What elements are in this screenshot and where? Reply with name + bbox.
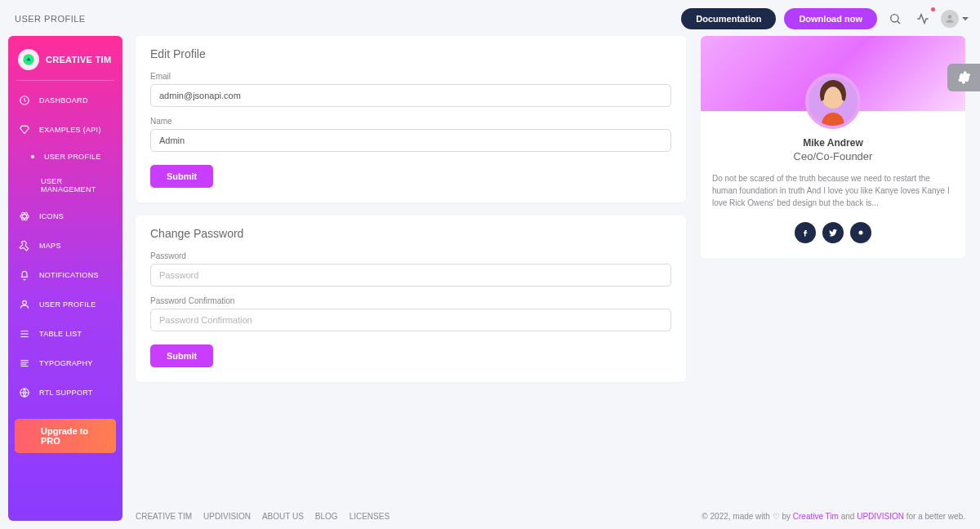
text-icon: [18, 357, 31, 370]
sidebar-item-icons[interactable]: ICONS: [8, 202, 122, 231]
profile-role: Ceo/Co-Founder: [701, 150, 965, 162]
chat-icon[interactable]: [850, 222, 871, 243]
email-label: Email: [150, 72, 671, 81]
brand-name: CREATIVE TIM: [46, 55, 111, 64]
brand-logo-icon: [18, 49, 39, 70]
email-field[interactable]: [150, 84, 671, 107]
footer-links: CREATIVE TIM UPDIVISION ABOUT US BLOG LI…: [136, 512, 390, 521]
name-label: Name: [150, 117, 671, 126]
sidebar-subitem-user-management[interactable]: USER MANAGEMENT: [8, 169, 122, 202]
sidebar-item-dashboard[interactable]: DASHBOARD: [8, 86, 122, 115]
footer-link[interactable]: ABOUT US: [262, 512, 304, 521]
sidebar-item-notifications[interactable]: NOTIFICATIONS: [8, 260, 122, 290]
download-icon: [23, 429, 34, 442]
sidebar: CREATIVE TIM DASHBOARD EXAMPLES (API) US…: [8, 36, 122, 521]
sidebar-item-table-list[interactable]: TABLE LIST: [8, 319, 122, 349]
profile-avatar: [805, 73, 861, 129]
svg-point-0: [891, 15, 898, 22]
submit-password-button[interactable]: Submit: [150, 345, 213, 367]
divider: [16, 80, 114, 81]
profile-bio: Do not be scared of the truth because we…: [712, 172, 954, 209]
sidebar-item-typography[interactable]: TYPOGRAPHY: [8, 349, 122, 378]
dashboard-icon: [18, 94, 31, 107]
password-field[interactable]: [150, 264, 671, 287]
diamond-icon: [18, 123, 31, 136]
edit-profile-card: Edit Profile Email Name Submit: [136, 36, 686, 202]
password-confirm-field[interactable]: [150, 309, 671, 331]
page-title: USER PROFILE: [15, 14, 86, 24]
password-label: Password: [150, 251, 671, 260]
sidebar-item-label: TABLE LIST: [39, 330, 82, 338]
sidebar-item-label: NOTIFICATIONS: [39, 271, 99, 279]
download-button[interactable]: Download now: [784, 8, 877, 29]
submit-profile-button[interactable]: Submit: [150, 165, 213, 188]
sidebar-item-examples[interactable]: EXAMPLES (API): [8, 115, 122, 144]
sidebar-subitem-user-profile[interactable]: USER PROFILE: [8, 144, 122, 169]
bell-icon: [18, 269, 31, 282]
svg-point-18: [859, 231, 863, 235]
change-password-card: Change Password Password Password Confir…: [136, 216, 686, 382]
atom-icon: [18, 210, 31, 223]
sidebar-item-label: TYPOGRAPHY: [39, 359, 93, 367]
chevron-down-icon: [962, 17, 969, 20]
user-icon: [18, 298, 31, 311]
sidebar-item-label: EXAMPLES (API): [39, 126, 101, 134]
name-field[interactable]: [150, 129, 671, 152]
footer-link[interactable]: LICENSES: [350, 512, 390, 521]
sidebar-item-maps[interactable]: MAPS: [8, 231, 122, 260]
documentation-button[interactable]: Documentation: [681, 8, 776, 29]
sidebar-item-label: ICONS: [39, 212, 64, 220]
twitter-icon[interactable]: [822, 222, 844, 243]
svg-line-1: [898, 21, 900, 24]
sidebar-item-user-profile[interactable]: USER PROFILE: [8, 290, 122, 319]
globe-icon: [18, 386, 31, 399]
search-icon[interactable]: [885, 9, 905, 29]
footer-link-creative-tim[interactable]: Creative Tim: [793, 512, 839, 521]
activity-icon[interactable]: [913, 9, 933, 29]
avatar-icon: [941, 10, 959, 28]
sidebar-item-label: RTL SUPPORT: [39, 389, 93, 397]
card-title: Change Password: [150, 227, 671, 240]
sidebar-item-label: USER PROFILE: [44, 153, 101, 161]
footer-link[interactable]: BLOG: [315, 512, 338, 521]
footer-link[interactable]: UPDIVISION: [203, 512, 251, 521]
sidebar-item-rtl[interactable]: RTL SUPPORT: [8, 378, 122, 407]
profile-name: Mike Andrew: [701, 137, 965, 149]
upgrade-label: Upgrade to PRO: [41, 426, 108, 446]
brand[interactable]: CREATIVE TIM: [8, 44, 122, 78]
user-menu[interactable]: [941, 10, 969, 28]
card-title: Edit Profile: [150, 47, 671, 60]
sidebar-item-label: MAPS: [39, 242, 61, 250]
password-confirm-label: Password Confirmation: [150, 296, 671, 305]
svg-point-8: [23, 300, 27, 305]
settings-gear-icon[interactable]: [947, 64, 980, 91]
upgrade-button[interactable]: Upgrade to PRO: [15, 419, 116, 453]
svg-point-2: [948, 15, 952, 19]
footer-link-updivision[interactable]: UPDIVISION: [857, 512, 904, 521]
pin-icon: [18, 239, 31, 252]
sidebar-item-label: USER PROFILE: [39, 300, 96, 309]
footer-copyright: © 2022, made with ♡ by Creative Tim and …: [702, 512, 965, 521]
sidebar-item-label: DASHBOARD: [39, 96, 88, 104]
list-icon: [18, 327, 31, 340]
facebook-icon[interactable]: [795, 222, 816, 243]
footer-link[interactable]: CREATIVE TIM: [136, 512, 192, 521]
sidebar-item-label: USER MANAGEMENT: [41, 177, 114, 193]
profile-card: Mike Andrew Ceo/Co-Founder Do not be sca…: [701, 36, 965, 258]
